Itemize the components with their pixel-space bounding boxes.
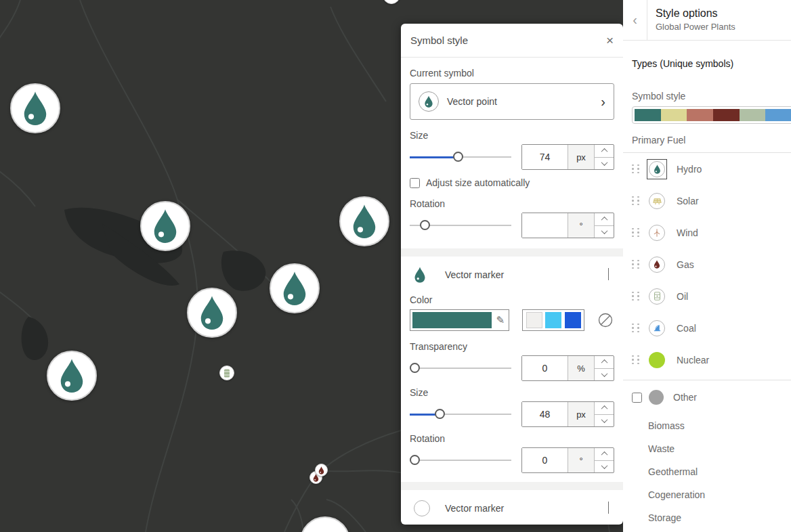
drag-handle-icon[interactable] [632, 355, 641, 365]
vector-marker-section-header[interactable]: Vector marker [410, 257, 614, 293]
droplet-icon [424, 95, 433, 108]
dialog-header: Symbol style × [401, 24, 623, 58]
marker-size-slider[interactable] [410, 408, 511, 420]
spinner-up-button[interactable] [595, 145, 614, 157]
fuel-label: Coal [677, 323, 696, 334]
transparency-input[interactable] [522, 356, 568, 380]
other-circle-icon[interactable] [649, 390, 664, 405]
spinner-down-button[interactable] [595, 460, 614, 473]
transparency-slider[interactable] [410, 362, 511, 374]
fuel-label: Nuclear [677, 355, 709, 365]
sub-item-waste[interactable]: Waste [632, 437, 791, 460]
sub-item-biomass[interactable]: Biomass [632, 414, 791, 437]
marker-rotation-slider[interactable] [410, 454, 511, 466]
solar-panel-icon [652, 196, 662, 206]
back-button[interactable]: ‹ [623, 0, 647, 40]
size-input[interactable] [522, 145, 568, 169]
rotation-input[interactable] [522, 213, 568, 238]
ramp-segment [740, 109, 766, 121]
map-marker-gas[interactable] [315, 464, 328, 476]
map-marker-hydro[interactable] [339, 196, 389, 246]
map-marker-hydro[interactable] [10, 83, 60, 133]
ramp-segment [661, 109, 687, 121]
close-icon[interactable]: × [606, 34, 614, 47]
current-color-swatch [412, 312, 492, 328]
slider-thumb[interactable] [410, 455, 420, 465]
map-marker-hydro[interactable] [140, 201, 190, 251]
map-marker-hydro[interactable] [187, 288, 237, 338]
sub-item-cogeneration[interactable]: Cogeneration [632, 483, 791, 506]
marker-rotation-input[interactable] [522, 448, 568, 472]
drag-handle-icon[interactable] [632, 324, 641, 333]
sub-item-storage[interactable]: Storage [632, 506, 791, 529]
rotation-unit: ° [568, 213, 594, 238]
map-marker-hydro[interactable] [47, 351, 97, 401]
vector-marker-section2-header[interactable]: Vector marker [410, 490, 614, 525]
current-symbol-button[interactable]: Vector point › [410, 83, 614, 120]
oil-symbol-button[interactable] [647, 286, 667, 307]
hydro-droplet-icon [198, 295, 226, 330]
spinner-down-button[interactable] [595, 368, 614, 381]
other-checkbox[interactable] [632, 393, 642, 403]
map-marker-hydro[interactable] [270, 263, 320, 313]
gas-symbol-button[interactable] [647, 254, 667, 275]
oil-barrel-icon [654, 292, 661, 301]
section-separator [401, 248, 623, 257]
types-section-title: Types (Unique symbols) [632, 58, 791, 69]
nuclear-symbol-button[interactable] [647, 350, 667, 370]
recent-color-swatch[interactable] [526, 312, 542, 328]
spinner-down-button[interactable] [595, 225, 614, 238]
spinner-up-button[interactable] [595, 213, 614, 225]
recent-color-swatch[interactable] [565, 312, 581, 328]
color-swatch-button[interactable]: ✎ [410, 309, 509, 331]
spinner-down-button[interactable] [595, 157, 614, 170]
fuel-label: Hydro [677, 164, 702, 175]
slider-thumb[interactable] [410, 363, 420, 373]
drag-handle-icon[interactable] [632, 292, 641, 301]
drag-handle-icon[interactable] [632, 164, 641, 174]
hydro-droplet-icon [351, 204, 378, 239]
slider-thumb[interactable] [435, 409, 445, 419]
spinner-up-button[interactable] [595, 402, 614, 414]
hydro-droplet-icon [22, 91, 49, 126]
rotation-label: Rotation [410, 198, 614, 209]
fuel-label: Solar [677, 196, 699, 206]
hydro-symbol-button[interactable] [647, 159, 667, 179]
marker-size-label: Size [410, 387, 614, 398]
fuel-row-wind: Wind [632, 217, 791, 248]
marker-size-input[interactable] [522, 402, 568, 426]
spinner-down-button[interactable] [595, 414, 614, 427]
recent-color-swatch[interactable] [545, 312, 561, 328]
drag-handle-icon[interactable] [632, 228, 641, 238]
sub-item-geothermal[interactable]: Geothermal [632, 460, 791, 483]
adjust-size-label: Adjust size automatically [426, 177, 530, 188]
marker-size-unit: px [568, 402, 594, 426]
section-separator [401, 482, 623, 490]
panel-subtitle: Global Power Plants [656, 22, 735, 32]
solar-symbol-button[interactable] [647, 191, 667, 211]
current-symbol-value: Vector point [447, 96, 497, 107]
coal-symbol-button[interactable] [647, 318, 667, 338]
adjust-size-checkbox[interactable] [410, 178, 420, 188]
color-ramp-button[interactable] [632, 106, 791, 124]
wind-symbol-button[interactable] [647, 223, 667, 243]
slider-thumb[interactable] [420, 220, 430, 230]
fuel-label: Wind [677, 227, 698, 238]
drag-handle-icon[interactable] [632, 260, 641, 269]
spinner-up-button[interactable] [595, 356, 614, 368]
map-marker-oil[interactable] [219, 365, 234, 380]
marker-rotation-unit: ° [568, 448, 594, 472]
coal-icon [653, 324, 662, 332]
drag-handle-icon[interactable] [632, 196, 641, 206]
rotation-slider[interactable] [410, 219, 511, 231]
no-color-button[interactable] [598, 313, 613, 328]
spinner-up-button[interactable] [595, 448, 614, 460]
wind-turbine-icon [652, 228, 662, 238]
hydro-droplet-icon [281, 271, 308, 306]
other-row: Other [632, 380, 791, 414]
slider-thumb[interactable] [453, 152, 463, 162]
ramp-segment [635, 109, 661, 121]
size-slider[interactable] [410, 151, 511, 163]
current-symbol-label: Current symbol [410, 68, 614, 79]
fuel-row-coal: Coal [632, 312, 791, 344]
